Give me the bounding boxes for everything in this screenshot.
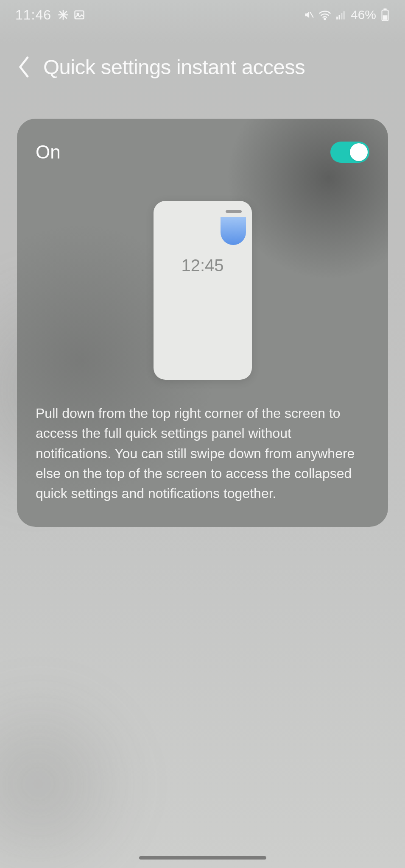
signal-icon [335, 9, 346, 20]
battery-icon [380, 8, 390, 21]
toggle-label: On [36, 142, 61, 163]
phone-top-bar [226, 210, 242, 213]
status-bar: 11:46 [0, 0, 405, 30]
back-icon[interactable] [17, 56, 31, 78]
svg-rect-14 [383, 15, 388, 20]
feature-description: Pull down from the top right corner of t… [36, 403, 369, 504]
instant-access-toggle[interactable] [330, 142, 369, 163]
gesture-nav-handle[interactable] [139, 856, 266, 860]
settings-card: On 12:45 Pull down from the top right co… [17, 119, 388, 527]
mute-vibrate-icon [303, 9, 314, 20]
svg-line-6 [310, 12, 313, 18]
wifi-icon [318, 9, 331, 20]
page-title: Quick settings instant access [43, 55, 305, 79]
svg-rect-9 [339, 15, 340, 19]
svg-rect-8 [336, 17, 338, 19]
svg-rect-12 [383, 8, 387, 10]
battery-percent: 46% [351, 8, 376, 22]
page-header: Quick settings instant access [0, 55, 405, 79]
toggle-knob [350, 143, 368, 161]
status-icons-left [57, 9, 85, 21]
phone-shape: 12:45 [154, 201, 252, 380]
svg-point-7 [324, 18, 325, 19]
toggle-row: On [36, 142, 369, 163]
phone-pull-indicator [221, 217, 246, 245]
svg-rect-10 [341, 13, 342, 19]
status-time: 11:46 [15, 7, 51, 23]
slack-icon [57, 9, 69, 21]
status-bar-left: 11:46 [15, 7, 85, 23]
svg-rect-11 [343, 11, 344, 19]
status-bar-right: 46% [303, 8, 390, 22]
phone-illustration-time: 12:45 [154, 256, 252, 275]
phone-illustration: 12:45 [36, 201, 369, 380]
gallery-icon [73, 9, 85, 21]
